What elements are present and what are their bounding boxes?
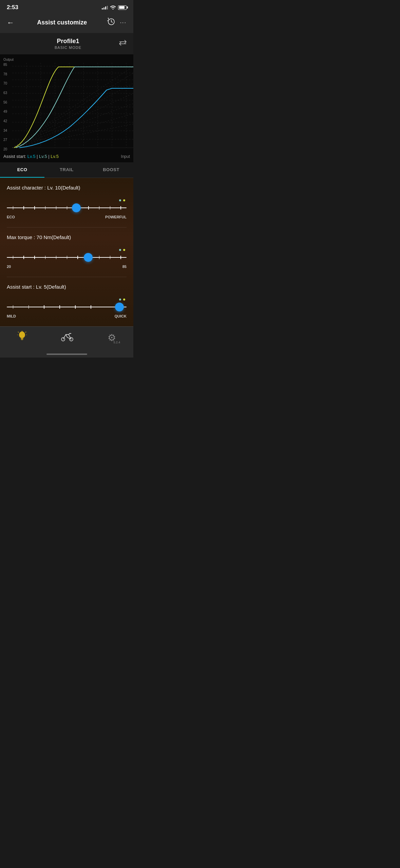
assist-lv-boost: Lv.5	[51, 154, 59, 159]
assist-character-thumb[interactable]	[72, 203, 81, 212]
svg-line-24	[12, 93, 133, 148]
start-min: MILD	[7, 314, 16, 318]
assist-character-section: Assist character : Lv. 10(Default)	[7, 178, 127, 228]
assist-start-text: Assist start: Lv.5 | Lv.5 | Lv.5	[3, 154, 59, 159]
svg-rect-29	[21, 338, 23, 339]
tab-boost[interactable]: BOOST	[89, 162, 133, 178]
assist-start-dots	[7, 299, 127, 301]
signal-bars-icon	[102, 6, 108, 10]
history-icon[interactable]	[107, 18, 115, 28]
slider-track	[7, 207, 127, 208]
back-button[interactable]: ←	[7, 18, 17, 27]
status-bar: 2:53	[0, 0, 133, 14]
nav-item-settings[interactable]: ⚙ 5.2.4	[108, 332, 116, 343]
assist-char-min: ECO	[7, 215, 15, 219]
slider-track-start	[7, 307, 127, 307]
assist-character-dots	[7, 199, 127, 201]
assist-character-track[interactable]	[7, 203, 127, 213]
assist-char-max: POWERFUL	[105, 215, 127, 219]
chart-output-label: Output	[0, 58, 133, 61]
max-torque-thumb[interactable]	[84, 253, 93, 262]
assist-lv-eco: Lv.5	[27, 154, 36, 159]
tab-eco[interactable]: ECO	[0, 162, 44, 178]
chart-svg	[12, 63, 133, 151]
tab-trail[interactable]: TRAIL	[44, 162, 89, 178]
boost-dot-torque	[123, 249, 125, 251]
assist-character-slider[interactable]: ECO POWERFUL	[7, 197, 127, 222]
status-time: 2:53	[7, 4, 18, 11]
assist-start-label: Assist start : Lv. 5(Default)	[7, 284, 127, 290]
trail-dot-torque	[119, 249, 121, 251]
svg-line-22	[12, 73, 133, 148]
assist-start-slider[interactable]: MILD QUICK	[7, 296, 127, 321]
trail-dot-assist	[119, 199, 121, 201]
chart-input-label: Input	[121, 154, 130, 159]
version-label: 5.2.4	[113, 341, 120, 344]
assist-start-section: Assist start : Lv. 5(Default) MILD	[7, 277, 127, 326]
profile-name: Profile1	[17, 38, 119, 45]
home-indicator-bar	[46, 354, 87, 355]
svg-point-28	[19, 331, 25, 338]
max-torque-slider-labels: 20 85	[7, 265, 127, 269]
profile-info: Profile1 BASIC MODE	[17, 38, 119, 50]
header: ← Assist customize ···	[0, 14, 133, 33]
svg-line-33	[25, 332, 26, 332]
svg-line-32	[18, 332, 19, 332]
trail-dot-start	[119, 299, 121, 301]
tabs: ECO TRAIL BOOST	[0, 162, 133, 178]
wifi-icon	[110, 5, 116, 11]
assist-character-label: Assist character : Lv. 10(Default)	[7, 185, 127, 191]
chart-area: Output 20 27 34 42 49 56 63 70 78 85	[0, 54, 133, 162]
svg-rect-30	[21, 339, 23, 340]
bottom-nav: ⚙ 5.2.4	[0, 326, 133, 351]
svg-line-23	[12, 83, 133, 148]
chart-y-labels: 20 27 34 42 49 56 63 70 78 85	[0, 63, 12, 151]
slider-track-torque	[7, 257, 127, 258]
assist-start-slider-labels: MILD QUICK	[7, 314, 127, 318]
svg-line-25	[12, 104, 133, 148]
start-max: QUICK	[115, 314, 127, 318]
assist-character-slider-labels: ECO POWERFUL	[7, 215, 127, 219]
assist-start-thumb[interactable]	[115, 303, 124, 311]
chart-container: 20 27 34 42 49 56 63 70 78 85	[0, 63, 133, 151]
page-title: Assist customize	[37, 19, 87, 26]
battery-icon	[118, 5, 127, 10]
more-options-icon[interactable]: ···	[120, 20, 127, 26]
header-actions: ···	[107, 18, 127, 28]
tips-icon	[17, 331, 27, 345]
nav-item-tips[interactable]	[17, 331, 27, 345]
settings-content: Assist character : Lv. 10(Default)	[0, 178, 133, 326]
bike-icon	[61, 332, 73, 344]
profile-bar: Profile1 BASIC MODE	[0, 33, 133, 54]
max-torque-slider[interactable]: 20 85	[7, 246, 127, 271]
nav-item-bike[interactable]	[61, 332, 73, 344]
svg-line-27	[12, 124, 133, 148]
profile-switch-icon[interactable]	[119, 40, 127, 48]
max-torque-section: Max torque : 70 Nm(Default)	[7, 228, 127, 277]
profile-mode: BASIC MODE	[17, 46, 119, 50]
svg-point-38	[69, 333, 70, 334]
boost-dot-start	[123, 299, 125, 301]
torque-max: 85	[122, 265, 127, 269]
max-torque-dots	[7, 249, 127, 251]
assist-start-track[interactable]	[7, 302, 127, 312]
home-indicator	[0, 351, 133, 358]
max-torque-label: Max torque : 70 Nm(Default)	[7, 234, 127, 240]
status-icons	[102, 5, 127, 11]
max-torque-track[interactable]	[7, 252, 127, 263]
assist-lv-trail: Lv.5	[39, 154, 47, 159]
chart-bottom: Assist start: Lv.5 | Lv.5 | Lv.5 Input	[0, 151, 133, 162]
boost-dot-assist	[123, 199, 125, 201]
torque-min: 20	[7, 265, 11, 269]
